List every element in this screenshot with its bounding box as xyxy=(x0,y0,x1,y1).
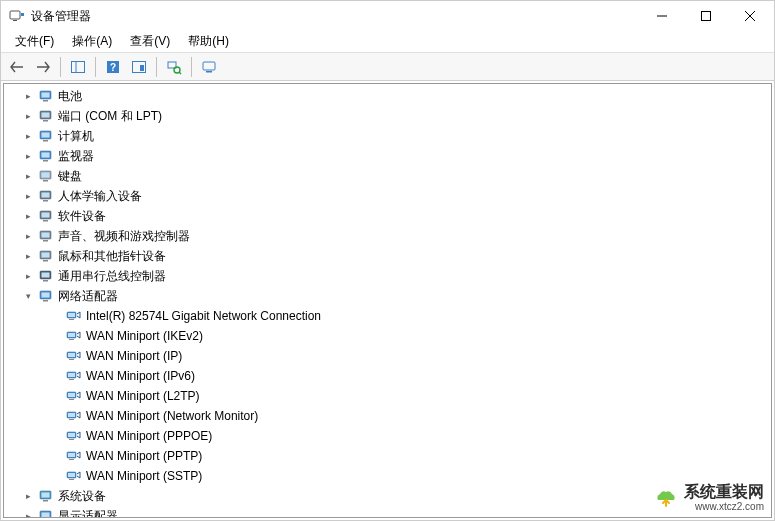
chevron-right-icon[interactable]: ▸ xyxy=(22,270,34,282)
svg-rect-80 xyxy=(43,500,48,502)
tree-device[interactable]: Intel(R) 82574L Gigabit Network Connecti… xyxy=(4,306,771,326)
expander-placeholder xyxy=(50,470,62,482)
chevron-right-icon[interactable]: ▸ xyxy=(22,490,34,502)
svg-rect-40 xyxy=(42,233,50,238)
svg-rect-46 xyxy=(42,273,50,278)
toolbar-separator xyxy=(156,57,157,77)
tree-device[interactable]: WAN Miniport (L2TP) xyxy=(4,386,771,406)
expander-placeholder xyxy=(50,450,62,462)
menu-view[interactable]: 查看(V) xyxy=(122,31,178,52)
svg-rect-79 xyxy=(42,493,50,498)
close-button[interactable] xyxy=(728,2,772,30)
show-hide-tree-button[interactable] xyxy=(66,56,90,78)
chevron-right-icon[interactable]: ▸ xyxy=(22,230,34,242)
svg-rect-7 xyxy=(72,61,85,72)
tree-category[interactable]: ▸人体学输入设备 xyxy=(4,186,771,206)
tree-device-label: WAN Miniport (PPPOE) xyxy=(86,429,212,443)
tree-device-label: WAN Miniport (Network Monitor) xyxy=(86,409,258,423)
tree-device[interactable]: WAN Miniport (IPv6) xyxy=(4,366,771,386)
chevron-right-icon[interactable]: ▸ xyxy=(22,130,34,142)
watermark-logo-icon xyxy=(654,486,678,510)
chevron-down-icon[interactable]: ▾ xyxy=(22,290,34,302)
svg-rect-68 xyxy=(69,419,74,420)
tree-device[interactable]: WAN Miniport (PPPOE) xyxy=(4,426,771,446)
svg-rect-23 xyxy=(43,120,48,122)
network-adapter-icon xyxy=(66,408,82,424)
tree-device[interactable]: WAN Miniport (PPTP) xyxy=(4,446,771,466)
network-adapter-icon xyxy=(66,428,82,444)
svg-rect-77 xyxy=(69,479,74,480)
chevron-right-icon[interactable]: ▸ xyxy=(22,110,34,122)
watermark: 系统重装网 www.xtcz2.com xyxy=(654,483,764,512)
tree-category[interactable]: ▸计算机 xyxy=(4,126,771,146)
svg-rect-31 xyxy=(42,173,50,178)
svg-rect-22 xyxy=(42,113,50,118)
device-tree-container[interactable]: ▸电池▸端口 (COM 和 LPT)▸计算机▸监视器▸键盘▸人体学输入设备▸软件… xyxy=(3,83,772,518)
svg-rect-76 xyxy=(68,473,75,477)
svg-rect-19 xyxy=(42,93,50,98)
menu-action[interactable]: 操作(A) xyxy=(64,31,120,52)
tree-device-label: WAN Miniport (PPTP) xyxy=(86,449,202,463)
chevron-right-icon[interactable]: ▸ xyxy=(22,250,34,262)
minimize-button[interactable] xyxy=(640,2,684,30)
tree-category-label: 键盘 xyxy=(58,168,82,185)
tree-device-label: WAN Miniport (SSTP) xyxy=(86,469,202,483)
device-category-icon xyxy=(38,108,54,124)
tree-category[interactable]: ▸键盘 xyxy=(4,166,771,186)
menu-file[interactable]: 文件(F) xyxy=(7,31,62,52)
expander-placeholder xyxy=(50,350,62,362)
svg-rect-41 xyxy=(43,240,48,242)
svg-rect-61 xyxy=(68,373,75,377)
help-button[interactable]: ? xyxy=(101,56,125,78)
properties-button[interactable] xyxy=(127,56,151,78)
chevron-right-icon[interactable]: ▸ xyxy=(22,190,34,202)
chevron-right-icon[interactable]: ▸ xyxy=(22,170,34,182)
back-button[interactable] xyxy=(5,56,29,78)
svg-rect-4 xyxy=(702,12,711,21)
device-tree: ▸电池▸端口 (COM 和 LPT)▸计算机▸监视器▸键盘▸人体学输入设备▸软件… xyxy=(4,84,771,518)
forward-button[interactable] xyxy=(31,56,55,78)
tree-category-label: 软件设备 xyxy=(58,208,106,225)
tree-category-label: 电池 xyxy=(58,88,82,105)
tree-category[interactable]: ▸软件设备 xyxy=(4,206,771,226)
device-category-icon xyxy=(38,188,54,204)
window-title: 设备管理器 xyxy=(31,8,640,25)
tree-category[interactable]: ▸鼠标和其他指针设备 xyxy=(4,246,771,266)
tree-category-label: 显示适配器 xyxy=(58,508,118,519)
chevron-right-icon[interactable]: ▸ xyxy=(22,210,34,222)
network-adapter-icon xyxy=(66,468,82,484)
tree-category-label: 网络适配器 xyxy=(58,288,118,305)
devices-by-type-button[interactable] xyxy=(197,56,221,78)
tree-category[interactable]: ▸端口 (COM 和 LPT) xyxy=(4,106,771,126)
svg-rect-74 xyxy=(69,459,74,460)
tree-category[interactable]: ▸电池 xyxy=(4,86,771,106)
maximize-button[interactable] xyxy=(684,2,728,30)
expander-placeholder xyxy=(50,370,62,382)
scan-hardware-button[interactable] xyxy=(162,56,186,78)
tree-category[interactable]: ▸监视器 xyxy=(4,146,771,166)
chevron-right-icon[interactable]: ▸ xyxy=(22,90,34,102)
tree-device[interactable]: WAN Miniport (IP) xyxy=(4,346,771,366)
tree-category[interactable]: ▸声音、视频和游戏控制器 xyxy=(4,226,771,246)
tree-category[interactable]: ▾网络适配器 xyxy=(4,286,771,306)
device-category-icon xyxy=(38,248,54,264)
network-adapter-icon xyxy=(66,368,82,384)
device-category-icon xyxy=(38,508,54,518)
svg-rect-32 xyxy=(43,180,48,182)
svg-rect-35 xyxy=(43,200,48,202)
chevron-right-icon[interactable]: ▸ xyxy=(22,150,34,162)
svg-rect-67 xyxy=(68,413,75,417)
network-adapter-icon xyxy=(66,328,82,344)
menu-help[interactable]: 帮助(H) xyxy=(180,31,237,52)
svg-rect-44 xyxy=(43,260,48,262)
tree-category[interactable]: ▸通用串行总线控制器 xyxy=(4,266,771,286)
tree-device[interactable]: WAN Miniport (IKEv2) xyxy=(4,326,771,346)
expander-placeholder xyxy=(50,410,62,422)
tree-device[interactable]: WAN Miniport (Network Monitor) xyxy=(4,406,771,426)
chevron-right-icon[interactable]: ▸ xyxy=(22,510,34,518)
svg-rect-38 xyxy=(43,220,48,222)
watermark-url: www.xtcz2.com xyxy=(684,501,764,512)
svg-text:?: ? xyxy=(110,62,116,73)
expander-placeholder xyxy=(50,390,62,402)
svg-rect-73 xyxy=(68,453,75,457)
